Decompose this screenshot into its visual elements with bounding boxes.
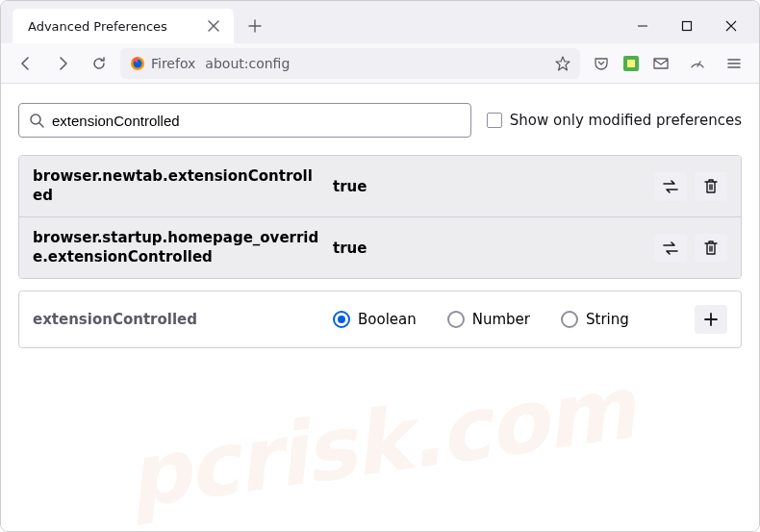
- browser-tab[interactable]: Advanced Preferences: [13, 9, 234, 43]
- tab-title: Advanced Preferences: [28, 19, 203, 34]
- new-tab-button[interactable]: [241, 13, 268, 39]
- radio-indicator: [561, 311, 578, 328]
- pref-name: browser.newtab.extensionControlled: [33, 167, 321, 205]
- gauge-icon: [689, 55, 706, 72]
- search-icon: [29, 113, 44, 128]
- toggle-icon: [662, 180, 679, 193]
- radio-label: String: [586, 311, 629, 328]
- url-text: about:config: [205, 56, 290, 71]
- about-config-content: Show only modified preferences browser.n…: [1, 84, 759, 531]
- titlebar: Advanced Preferences: [1, 1, 759, 43]
- radio-indicator: [447, 311, 465, 328]
- window-controls: [621, 9, 759, 43]
- identity-box[interactable]: Firefox: [130, 56, 195, 71]
- back-arrow-icon: [18, 56, 34, 71]
- search-input[interactable]: [52, 113, 461, 129]
- delete-button[interactable]: [695, 172, 727, 201]
- radio-indicator: [333, 311, 350, 328]
- minimize-button[interactable]: [621, 9, 665, 43]
- back-button[interactable]: [11, 48, 41, 79]
- new-pref-name: extensionControlled: [33, 311, 321, 328]
- app-menu-button[interactable]: [719, 48, 749, 79]
- new-pref-row: extensionControlled Boolean Number Strin…: [19, 291, 741, 347]
- pref-name: browser.startup.homepage_override.extens…: [33, 229, 321, 266]
- prefs-list: browser.newtab.extensionControlled true …: [18, 155, 742, 279]
- modified-only-checkbox-row[interactable]: Show only modified preferences: [487, 112, 742, 129]
- minimize-icon: [637, 20, 648, 32]
- radio-boolean[interactable]: Boolean: [333, 311, 417, 328]
- search-box[interactable]: [18, 103, 471, 138]
- modified-only-checkbox[interactable]: [487, 113, 502, 128]
- radio-label: Boolean: [358, 311, 417, 328]
- pocket-button[interactable]: [586, 48, 617, 79]
- extension-button-1[interactable]: [622, 55, 640, 72]
- hamburger-icon: [726, 56, 742, 71]
- new-pref-group: extensionControlled Boolean Number Strin…: [18, 291, 742, 348]
- reload-icon: [91, 56, 107, 71]
- toggle-button[interactable]: [654, 172, 687, 201]
- bookmark-star-button[interactable]: [555, 56, 570, 71]
- toolbar: Firefox about:config: [1, 43, 759, 84]
- plus-icon: [248, 19, 262, 33]
- pocket-icon: [594, 56, 609, 71]
- radio-string[interactable]: String: [561, 311, 629, 328]
- forward-arrow-icon: [55, 56, 70, 71]
- close-icon: [725, 20, 737, 32]
- search-row: Show only modified preferences: [18, 103, 742, 138]
- toggle-button[interactable]: [654, 234, 687, 263]
- trash-icon: [704, 179, 718, 194]
- forward-button[interactable]: [47, 48, 78, 79]
- type-radio-group: Boolean Number String: [333, 311, 683, 328]
- svg-rect-0: [683, 22, 692, 31]
- pref-actions: [654, 234, 727, 263]
- modified-only-label: Show only modified preferences: [510, 112, 742, 129]
- pref-actions: [654, 172, 727, 201]
- radio-number[interactable]: Number: [447, 311, 530, 328]
- url-bar[interactable]: Firefox about:config: [120, 48, 580, 79]
- trash-icon: [704, 241, 718, 256]
- close-icon: [208, 20, 219, 32]
- close-tab-button[interactable]: [203, 15, 224, 37]
- toggle-icon: [662, 241, 679, 255]
- extension-icon: [622, 55, 640, 72]
- extension-button-2[interactable]: [646, 48, 676, 79]
- maximize-button[interactable]: [665, 9, 709, 43]
- maximize-icon: [681, 20, 693, 32]
- star-icon: [555, 56, 570, 71]
- pref-value: true: [333, 240, 643, 257]
- firefox-logo-icon: [130, 56, 145, 71]
- identity-label: Firefox: [151, 56, 195, 71]
- mail-icon: [652, 55, 670, 72]
- plus-icon: [704, 313, 718, 326]
- close-window-button[interactable]: [709, 9, 753, 43]
- extension-button-3[interactable]: [682, 48, 713, 79]
- add-pref-button[interactable]: [695, 305, 727, 334]
- pref-row: browser.startup.homepage_override.extens…: [19, 216, 741, 278]
- delete-button[interactable]: [695, 234, 727, 263]
- watermark-text: pcrisk.com: [120, 357, 639, 528]
- reload-button[interactable]: [84, 48, 114, 79]
- pref-value: true: [333, 178, 643, 195]
- radio-label: Number: [472, 311, 530, 328]
- pref-row: browser.newtab.extensionControlled true: [19, 156, 741, 216]
- browser-window: Advanced Preferences: [0, 0, 760, 532]
